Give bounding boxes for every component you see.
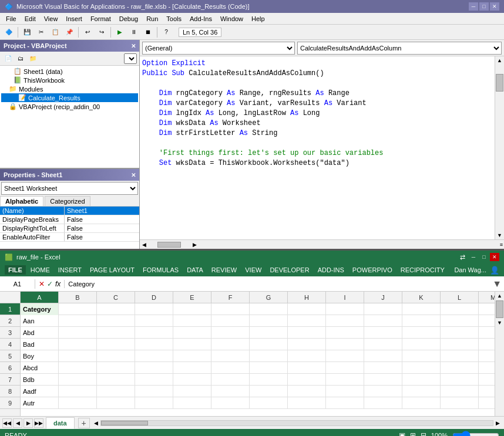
cell-B6[interactable] (59, 362, 97, 374)
col-header-A[interactable]: A (21, 292, 59, 303)
row-header-1[interactable]: 1 (0, 303, 20, 315)
cell-A8[interactable]: Aadf (21, 386, 59, 397)
ribbon-tab-addins[interactable]: ADD-INS (314, 265, 348, 275)
cell-I3[interactable] (326, 327, 364, 339)
cell-F6[interactable] (211, 362, 250, 374)
ribbon-tab-file[interactable]: FILE (5, 265, 26, 275)
cell-H1[interactable] (288, 303, 326, 315)
cell-I9[interactable] (326, 397, 364, 409)
cell-C3[interactable] (97, 327, 135, 339)
cell-B4[interactable] (59, 339, 97, 350)
row-header-6[interactable]: 6 (0, 362, 20, 374)
row-header-7[interactable]: 7 (0, 374, 20, 386)
close-button[interactable]: ✕ (490, 2, 499, 11)
excel-scroll-thumb[interactable] (496, 300, 503, 318)
cell-G9[interactable] (250, 397, 288, 409)
cell-K4[interactable] (402, 339, 441, 350)
excel-minimize[interactable]: ─ (469, 253, 478, 261)
cell-F7[interactable] (211, 374, 250, 386)
cell-G5[interactable] (250, 350, 288, 362)
toolbar-save[interactable]: 💾 (21, 26, 33, 38)
cell-E2[interactable] (173, 315, 211, 327)
tree-item-calculate-results[interactable]: 📝 Calculate_Results (1, 93, 138, 102)
row-header-5[interactable]: 5 (0, 350, 20, 362)
cell-L3[interactable] (441, 327, 479, 339)
cell-D9[interactable] (135, 397, 173, 409)
col-header-L[interactable]: L (441, 292, 479, 303)
cell-D6[interactable] (135, 362, 173, 374)
cell-G7[interactable] (250, 374, 288, 386)
cell-J6[interactable] (364, 362, 402, 374)
toolbar-cut[interactable]: ✂ (35, 26, 48, 38)
toolbar-vba-icon[interactable]: 🔷 (2, 26, 15, 38)
menu-window[interactable]: Window (217, 14, 247, 23)
col-header-D[interactable]: D (135, 292, 173, 303)
cell-H3[interactable] (288, 327, 326, 339)
sheet-tab-data[interactable]: data (46, 417, 75, 429)
cell-D8[interactable] (135, 386, 173, 397)
col-header-J[interactable]: J (364, 292, 402, 303)
cell-A1[interactable]: Category (21, 303, 59, 315)
ribbon-tab-powerpivot[interactable]: POWERPIVO (349, 265, 396, 275)
cell-C4[interactable] (97, 339, 135, 350)
general-dropdown[interactable]: (General) (142, 42, 295, 55)
cell-D5[interactable] (135, 350, 173, 362)
col-header-B[interactable]: B (59, 292, 97, 303)
cell-H6[interactable] (288, 362, 326, 374)
cell-K1[interactable] (402, 303, 441, 315)
cancel-formula-icon[interactable]: ✕ (39, 280, 45, 288)
cell-M4[interactable] (479, 339, 495, 350)
cell-B9[interactable] (59, 397, 97, 409)
cell-L7[interactable] (441, 374, 479, 386)
restore-button[interactable]: □ (479, 2, 489, 11)
menu-addins[interactable]: Add-Ins (186, 14, 216, 23)
cell-K6[interactable] (402, 362, 441, 374)
cell-L2[interactable] (441, 315, 479, 327)
cell-D4[interactable] (135, 339, 173, 350)
ribbon-tab-pagelayout[interactable]: PAGE LAYOUT (86, 265, 138, 275)
cell-C9[interactable] (97, 397, 135, 409)
tree-item-vbaproject[interactable]: 🔒 VBAProject (recip_addin_00 (1, 102, 138, 111)
cell-E8[interactable] (173, 386, 211, 397)
props-row-name[interactable]: (Name) Sheet1 (0, 207, 139, 215)
cell-C6[interactable] (97, 362, 135, 374)
status-page-break-view[interactable]: ⊟ (421, 431, 426, 436)
cell-M6[interactable] (479, 362, 495, 374)
menu-help[interactable]: Help (248, 14, 268, 23)
cell-J5[interactable] (364, 350, 402, 362)
cell-B1[interactable] (59, 303, 97, 315)
cell-K2[interactable] (402, 315, 441, 327)
cell-C1[interactable] (97, 303, 135, 315)
cell-A3[interactable]: Abd (21, 327, 59, 339)
cell-J3[interactable] (364, 327, 402, 339)
cell-A9[interactable]: Autr (21, 397, 59, 409)
cell-D7[interactable] (135, 374, 173, 386)
cell-L5[interactable] (441, 350, 479, 362)
col-header-G[interactable]: G (250, 292, 288, 303)
props-row-enableautofilter[interactable]: EnableAutoFilter False (0, 233, 139, 242)
cell-F1[interactable] (211, 303, 250, 315)
excel-scroll-up[interactable]: ▲ (495, 292, 504, 300)
cell-A7[interactable]: Bdb (21, 374, 59, 386)
proj-view-object[interactable]: 🗂 (15, 53, 26, 64)
excel-scroll-down[interactable]: ▼ (495, 319, 504, 327)
excel-restore[interactable]: □ (479, 253, 489, 261)
formula-input[interactable] (65, 279, 490, 289)
cell-H7[interactable] (288, 374, 326, 386)
cell-M5[interactable] (479, 350, 495, 362)
cell-A6[interactable]: Abcd (21, 362, 59, 374)
cell-J2[interactable] (364, 315, 402, 327)
excel-horiz-scrollbar[interactable]: ◀ ▶ (92, 418, 502, 428)
menu-file[interactable]: File (2, 14, 20, 23)
cell-M1[interactable] (479, 303, 495, 315)
cell-F9[interactable] (211, 397, 250, 409)
sheet-nav-next[interactable]: ▶ (23, 418, 33, 428)
minimize-button[interactable]: ─ (469, 2, 478, 11)
horiz-scroll-track[interactable] (100, 420, 493, 426)
col-header-F[interactable]: F (211, 292, 250, 303)
cell-F3[interactable] (211, 327, 250, 339)
cell-M2[interactable] (479, 315, 495, 327)
cell-I8[interactable] (326, 386, 364, 397)
menu-edit[interactable]: Edit (21, 14, 39, 23)
col-header-H[interactable]: H (288, 292, 326, 303)
